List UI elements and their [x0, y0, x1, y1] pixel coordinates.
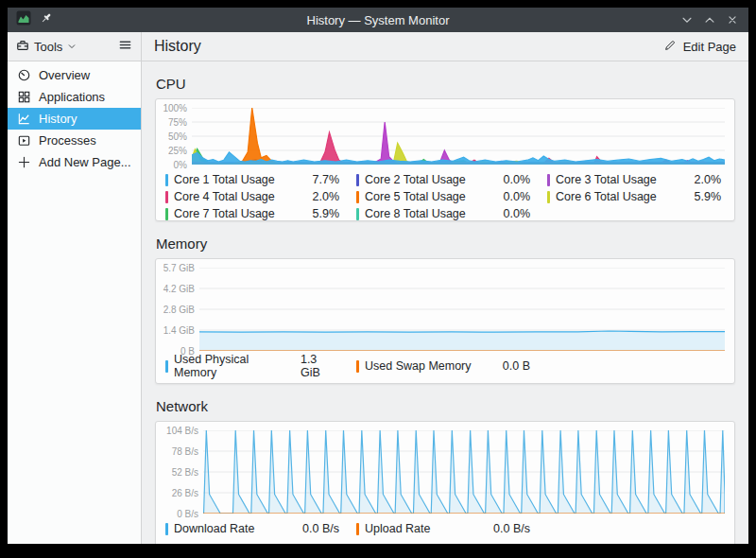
network-y-tick: 104 B/s — [166, 426, 198, 436]
chevron-down-icon[interactable] — [679, 12, 695, 27]
legend-label: Upload Rate — [365, 522, 431, 535]
pin-icon[interactable] — [40, 11, 53, 28]
tools-button-label: Tools — [34, 40, 62, 54]
sidebar-item-label: Add New Page... — [39, 155, 131, 169]
page-header: History Edit Page — [142, 32, 748, 61]
toolbar: Tools History Edit Page — [8, 32, 748, 61]
legend-label: Used Physical Memory — [174, 353, 293, 379]
network-plot-area — [203, 430, 725, 514]
memory-section-title: Memory — [156, 235, 735, 252]
legend-swatch — [165, 208, 168, 220]
network-y-tick: 26 B/s — [172, 488, 198, 498]
legend-value: 7.7% — [305, 173, 340, 186]
legend-label: Download Rate — [174, 522, 254, 535]
legend-label: Core 3 Total Usage — [556, 173, 657, 186]
tools-button[interactable]: Tools — [16, 39, 77, 55]
cpu-y-tick: 100% — [163, 103, 187, 113]
cpu-legend-item: Core 3 Total Usage2.0% — [547, 171, 721, 188]
memory-y-tick: 5.7 GiB — [163, 263, 195, 273]
legend-label: Core 6 Total Usage — [556, 190, 657, 203]
content-area: CPU100%75%50%25%0%Core 1 Total Usage7.7%… — [142, 61, 748, 544]
cpu-legend: Core 1 Total Usage7.7%Core 2 Total Usage… — [165, 171, 721, 221]
chevron-up-icon[interactable] — [702, 12, 717, 27]
legend-label: Core 1 Total Usage — [174, 173, 275, 186]
legend-value: 0.0 B/s — [295, 522, 339, 535]
network-y-tick: 0 B/s — [177, 509, 198, 519]
sidebar-item-overview[interactable]: Overview — [8, 64, 141, 86]
titlebar: History — System Monitor — [8, 8, 748, 32]
network-legend: Download Rate0.0 B/sUpload Rate0.0 B/s — [165, 520, 721, 537]
legend-value: 0.0 B — [495, 359, 530, 373]
legend-swatch — [356, 191, 359, 203]
cpu-y-axis: 100%75%50%25%0% — [162, 108, 192, 165]
sidebar-item-label: Applications — [39, 90, 105, 104]
system-monitor-app-icon — [16, 10, 31, 29]
window-body: OverviewApplicationsHistoryProcessesAdd … — [8, 61, 748, 544]
sidebar-item-processes[interactable]: Processes — [8, 130, 141, 151]
memory-y-tick: 1.4 GiB — [163, 325, 195, 336]
cpu-y-tick: 75% — [168, 117, 187, 128]
edit-page-label: Edit Page — [683, 40, 736, 54]
network-card: 104 B/s78 B/s52 B/s26 B/s0 B/sDownload R… — [155, 421, 735, 544]
memory-legend: Used Physical Memory1.3 GiBUsed Swap Mem… — [165, 357, 721, 375]
sidebar-item-applications[interactable]: Applications — [8, 86, 141, 108]
network-legend-item: Download Rate0.0 B/s — [165, 520, 339, 537]
memory-plot-area — [199, 268, 725, 351]
sidebar-item-add-new-page[interactable]: Add New Page... — [8, 151, 141, 173]
app-window: History — System Monitor Tools History E… — [8, 8, 748, 544]
legend-value: 0.0 B/s — [486, 522, 530, 535]
cpu-chart: 100%75%50%25%0% — [162, 108, 725, 165]
chart-icon — [17, 112, 31, 126]
hamburger-menu-button[interactable] — [118, 38, 132, 56]
memory-legend-item: Used Swap Memory0.0 B — [356, 357, 530, 375]
network-legend-item: Upload Rate0.0 B/s — [356, 520, 530, 537]
legend-swatch — [547, 174, 550, 186]
memory-chart: 5.7 GiB4.2 GiB2.8 GiB1.4 GiB0 B — [162, 268, 725, 351]
legend-label: Core 4 Total Usage — [174, 190, 275, 203]
cpu-legend-item: Core 4 Total Usage2.0% — [165, 188, 339, 205]
memory-legend-item: Used Physical Memory1.3 GiB — [165, 357, 339, 375]
window-controls — [679, 12, 740, 27]
memory-y-axis: 5.7 GiB4.2 GiB2.8 GiB1.4 GiB0 B — [162, 268, 199, 351]
sidebar-item-label: Processes — [39, 133, 96, 148]
legend-value: 0.0% — [496, 190, 531, 203]
close-icon[interactable] — [725, 12, 740, 27]
section-cpu: CPU100%75%50%25%0%Core 1 Total Usage7.7%… — [155, 76, 735, 221]
legend-swatch — [356, 360, 359, 373]
cpu-legend-item: Core 8 Total Usage0.0% — [356, 205, 530, 221]
legend-swatch — [165, 523, 168, 535]
plus-icon — [17, 155, 31, 169]
memory-y-tick: 4.2 GiB — [163, 284, 195, 294]
legend-label: Core 7 Total Usage — [174, 207, 275, 220]
legend-swatch — [165, 191, 168, 203]
network-y-axis: 104 B/s78 B/s52 B/s26 B/s0 B/s — [162, 430, 203, 514]
legend-swatch — [356, 523, 359, 535]
network-y-tick: 78 B/s — [172, 446, 198, 457]
sidebar-item-label: History — [39, 112, 77, 126]
memory-y-tick: 0 B — [180, 346, 195, 357]
cpu-card: 100%75%50%25%0%Core 1 Total Usage7.7%Cor… — [155, 98, 735, 221]
legend-swatch — [165, 360, 168, 373]
edit-page-button[interactable]: Edit Page — [663, 39, 736, 55]
legend-label: Core 8 Total Usage — [365, 207, 466, 220]
cpu-legend-item: Core 6 Total Usage5.9% — [547, 188, 721, 205]
legend-value: 0.0% — [496, 173, 531, 186]
sidebar-item-history[interactable]: History — [8, 108, 141, 130]
cpu-legend-item: Core 1 Total Usage7.7% — [165, 171, 339, 188]
section-network: Network104 B/s78 B/s52 B/s26 B/s0 B/sDow… — [155, 398, 735, 544]
page-title: History — [154, 38, 201, 55]
gauge-icon — [17, 68, 31, 82]
window-title: History — System Monitor — [8, 13, 748, 27]
titlebar-icons — [16, 10, 53, 29]
legend-label: Core 2 Total Usage — [365, 173, 466, 186]
cpu-plot-area — [192, 108, 725, 165]
network-section-title: Network — [156, 398, 735, 414]
cpu-legend-item: Core 7 Total Usage5.9% — [165, 205, 339, 221]
memory-card: 5.7 GiB4.2 GiB2.8 GiB1.4 GiB0 BUsed Phys… — [155, 258, 735, 384]
sidebar: OverviewApplicationsHistoryProcessesAdd … — [8, 61, 142, 544]
network-chart: 104 B/s78 B/s52 B/s26 B/s0 B/s — [162, 430, 725, 514]
cpu-y-tick: 25% — [168, 146, 187, 156]
legend-swatch — [356, 208, 359, 220]
cpu-section-title: CPU — [156, 76, 735, 92]
legend-label: Core 5 Total Usage — [365, 190, 466, 203]
